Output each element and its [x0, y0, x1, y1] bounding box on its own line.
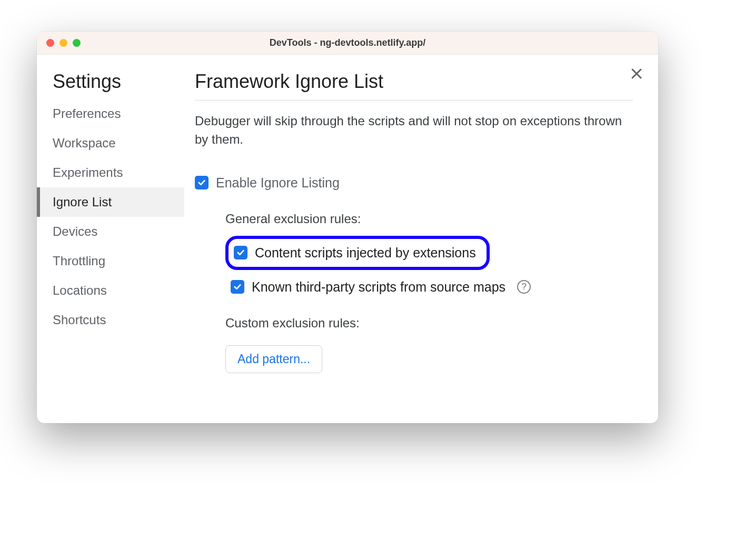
window-minimize-button[interactable]	[59, 39, 67, 47]
enable-ignore-listing-label: Enable Ignore Listing	[216, 175, 340, 191]
sidebar-title: Settings	[37, 71, 184, 99]
sidebar-item-shortcuts[interactable]: Shortcuts	[37, 305, 184, 335]
sidebar-item-experiments[interactable]: Experiments	[37, 158, 184, 187]
titlebar: DevTools - ng-devtools.netlify.app/	[37, 32, 658, 55]
close-icon[interactable]	[631, 66, 642, 82]
highlighted-content-scripts-rule: Content scripts injected by extensions	[225, 236, 490, 270]
sidebar-item-throttling[interactable]: Throttling	[37, 246, 184, 276]
third-party-scripts-row[interactable]: Known third-party scripts from source ma…	[225, 279, 633, 295]
sidebar-item-preferences[interactable]: Preferences	[37, 99, 184, 128]
general-rules-heading: General exclusion rules:	[225, 212, 633, 226]
page-title: Framework Ignore List	[195, 71, 633, 101]
content-scripts-checkbox[interactable]	[234, 246, 247, 259]
page-description: Debugger will skip through the scripts a…	[195, 112, 633, 149]
enable-ignore-listing-row[interactable]: Enable Ignore Listing	[195, 175, 633, 191]
custom-rules-heading: Custom exclusion rules:	[225, 316, 633, 331]
settings-window: DevTools - ng-devtools.netlify.app/ Sett…	[37, 32, 658, 423]
enable-ignore-listing-checkbox[interactable]	[195, 176, 209, 189]
window-title: DevTools - ng-devtools.netlify.app/	[37, 37, 658, 48]
sidebar: Settings Preferences Workspace Experimen…	[37, 55, 184, 423]
traffic-lights	[37, 39, 81, 47]
sidebar-item-workspace[interactable]: Workspace	[37, 128, 184, 158]
third-party-checkbox[interactable]	[231, 280, 244, 294]
window-close-button[interactable]	[46, 39, 54, 47]
add-pattern-button[interactable]: Add pattern...	[225, 345, 322, 373]
sidebar-item-devices[interactable]: Devices	[37, 217, 184, 246]
help-icon[interactable]: ?	[517, 280, 531, 294]
content-scripts-label: Content scripts injected by extensions	[255, 245, 476, 261]
window-maximize-button[interactable]	[73, 39, 81, 47]
sidebar-item-ignore-list[interactable]: Ignore List	[37, 187, 184, 217]
third-party-label: Known third-party scripts from source ma…	[252, 279, 505, 295]
main-panel: Framework Ignore List Debugger will skip…	[184, 55, 658, 423]
content-area: Settings Preferences Workspace Experimen…	[37, 55, 658, 423]
sidebar-item-locations[interactable]: Locations	[37, 276, 184, 305]
